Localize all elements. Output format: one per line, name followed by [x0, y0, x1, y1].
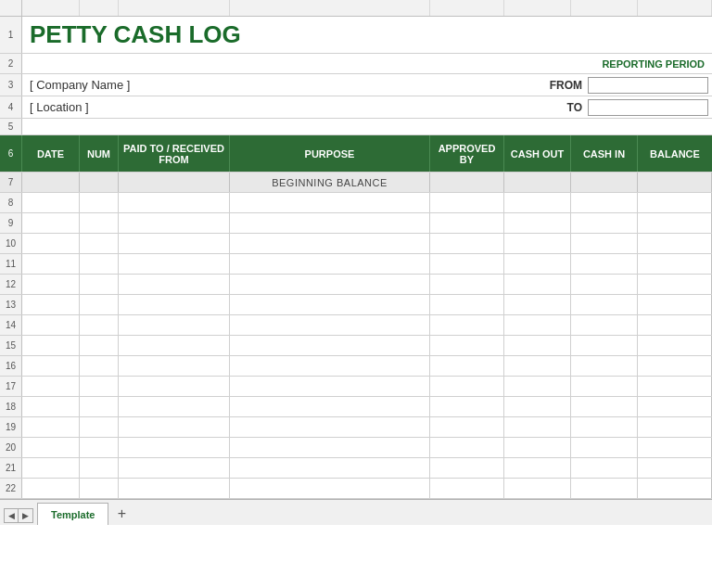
bb-date-cell — [22, 173, 80, 192]
header-cash-in: CASH IN — [571, 135, 638, 172]
row-num-2: 2 — [0, 54, 22, 73]
bb-num-cell — [80, 173, 119, 192]
header-approved-by: APPROVED BY — [430, 135, 504, 172]
corner-cell — [0, 0, 22, 16]
cell-8-approved — [430, 193, 504, 212]
cell-9-num — [80, 213, 119, 233]
row-num-18: 18 — [0, 397, 22, 416]
row-15: 15 — [0, 336, 712, 356]
row-3: 3 [ Company Name ] FROM — [0, 74, 712, 96]
col-f — [504, 0, 571, 16]
cell-9-date — [22, 213, 80, 233]
row-num-22: 22 — [0, 479, 22, 498]
tab-nav: ◀ ▶ — [4, 508, 33, 523]
cell-8-purpose — [230, 193, 430, 212]
tab-right-arrow[interactable]: ▶ — [19, 508, 33, 523]
bb-purpose-cell: BEGINNING BALANCE — [230, 173, 430, 192]
header-balance: BALANCE — [638, 135, 712, 172]
cell-9-balance — [638, 213, 712, 233]
row-num-5: 5 — [0, 119, 22, 134]
row-8: 8 — [0, 193, 712, 213]
cell-9-cashout — [504, 213, 571, 233]
cell-9-cashin — [571, 213, 638, 233]
to-label: TO — [567, 101, 582, 114]
cell-8-num — [80, 193, 119, 212]
header-row: 6 DATE NUM PAID TO / RECEIVED FROM PURPO… — [0, 135, 712, 173]
tab-left-arrow[interactable]: ◀ — [4, 508, 19, 523]
sheet-tab-template[interactable]: Template — [37, 503, 108, 525]
row-17: 17 — [0, 377, 712, 397]
col-g — [571, 0, 638, 16]
row-11: 11 — [0, 254, 712, 275]
cell-8-paid — [119, 193, 230, 212]
row-4: 4 [ Location ] TO — [0, 96, 712, 119]
grid: 1 PETTY CASH LOG 2 REPORTING PERIOD 3 [ … — [0, 17, 712, 499]
row-1-content: PETTY CASH LOG — [22, 17, 712, 53]
cell-9-approved — [430, 213, 504, 233]
tab-bar: ◀ ▶ Template + — [0, 499, 712, 525]
row-21: 21 — [0, 458, 712, 479]
row-num-14: 14 — [0, 315, 22, 335]
add-sheet-button[interactable]: + — [110, 503, 133, 525]
cell-8-date — [22, 193, 80, 212]
row-num-19: 19 — [0, 417, 22, 437]
row-num-1: 1 — [0, 17, 22, 53]
company-name: [ Company Name ] — [30, 78, 130, 92]
row-10: 10 — [0, 234, 712, 254]
row-8-content — [22, 193, 712, 212]
location: [ Location ] — [30, 100, 89, 114]
row-num-13: 13 — [0, 295, 22, 314]
row-9: 9 — [0, 213, 712, 234]
row-12: 12 — [0, 275, 712, 295]
cell-8-cashin — [571, 193, 638, 212]
row-18: 18 — [0, 397, 712, 417]
col-d — [230, 0, 430, 16]
header-num: NUM — [80, 135, 119, 172]
cell-8-cashout — [504, 193, 571, 212]
row-num-6: 6 — [0, 135, 22, 172]
column-headers — [0, 0, 712, 17]
row-num-17: 17 — [0, 377, 22, 396]
bb-cash-out-cell — [504, 173, 571, 192]
bb-paid-cell — [119, 173, 230, 192]
to-section: TO — [567, 99, 708, 116]
page-title: PETTY CASH LOG — [30, 20, 241, 49]
from-section: FROM — [550, 77, 708, 94]
col-h — [638, 0, 712, 16]
from-input[interactable] — [588, 77, 708, 94]
row-num-4: 4 — [0, 96, 22, 118]
row-num-11: 11 — [0, 254, 22, 274]
header-cells: DATE NUM PAID TO / RECEIVED FROM PURPOSE… — [22, 135, 712, 172]
spreadsheet: 1 PETTY CASH LOG 2 REPORTING PERIOD 3 [ … — [0, 0, 712, 588]
cell-9-paid — [119, 213, 230, 233]
row-20: 20 — [0, 438, 712, 458]
reporting-period-label: REPORTING PERIOD — [602, 58, 705, 70]
row-2-content: REPORTING PERIOD — [22, 54, 712, 73]
row-1: 1 PETTY CASH LOG — [0, 17, 712, 54]
row-5: 5 — [0, 119, 712, 135]
header-cash-out: CASH OUT — [504, 135, 571, 172]
title-cell: PETTY CASH LOG — [22, 17, 712, 53]
beginning-balance-row: 7 BEGINNING BALANCE — [0, 173, 712, 193]
from-label: FROM — [550, 79, 582, 92]
row-num-10: 10 — [0, 234, 22, 253]
col-c — [119, 0, 230, 16]
row-13: 13 — [0, 295, 712, 315]
row-5-content — [22, 119, 712, 134]
row-num-3: 3 — [0, 74, 22, 96]
row-10-content — [22, 234, 712, 253]
beginning-balance-text: BEGINNING BALANCE — [272, 177, 388, 188]
row-num-8: 8 — [0, 193, 22, 212]
header-date: DATE — [22, 135, 80, 172]
col-e — [430, 0, 504, 16]
bb-balance-cell — [638, 173, 712, 192]
col-a — [22, 0, 80, 16]
cell-8-balance — [638, 193, 712, 212]
row-num-7: 7 — [0, 173, 22, 192]
row-14: 14 — [0, 315, 712, 336]
to-input[interactable] — [588, 99, 708, 116]
row-num-9: 9 — [0, 213, 22, 233]
row-3-content: [ Company Name ] FROM — [22, 74, 712, 96]
row-11-content — [22, 254, 712, 274]
row-22: 22 — [0, 479, 712, 499]
